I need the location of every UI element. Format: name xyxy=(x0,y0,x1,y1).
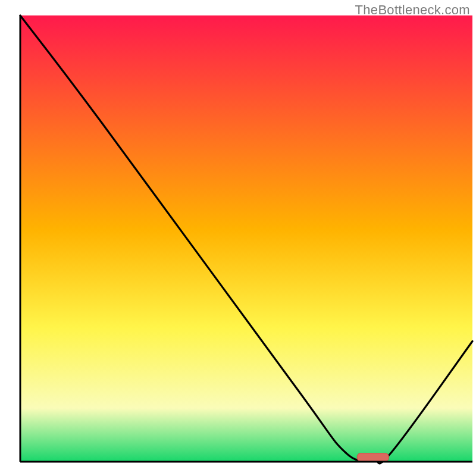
plot-background xyxy=(20,15,472,462)
chart-container: TheBottleneck.com xyxy=(0,0,476,476)
chart-svg xyxy=(0,0,476,476)
optimum-marker xyxy=(357,453,389,462)
